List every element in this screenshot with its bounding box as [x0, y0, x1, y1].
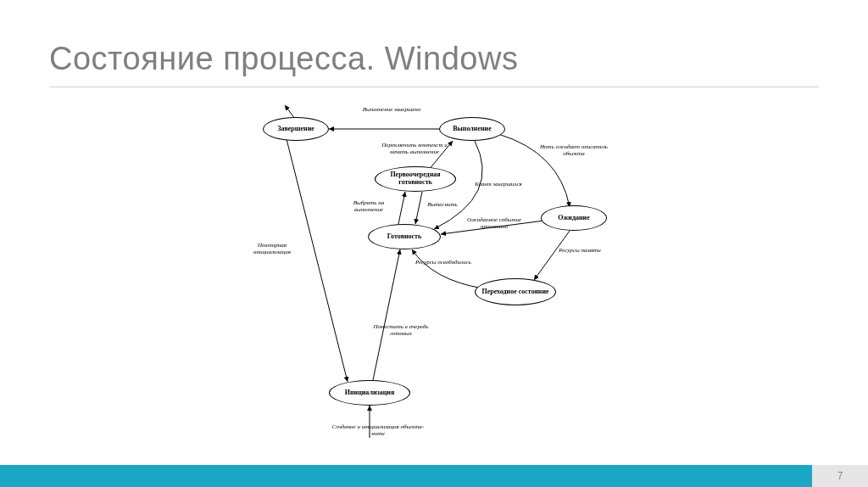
edge-memory-resources: Ресурсы памяти	[558, 248, 602, 255]
state-ready: Готовность	[368, 224, 441, 249]
footer-bar	[0, 465, 868, 487]
state-transition: Переходное состояние	[475, 278, 556, 305]
edge-quantum-done: Квант завершился	[473, 182, 524, 188]
edge-create-init: Создание и инициализация объекта-нити	[327, 424, 429, 437]
slide: Состояние процесса. Windows	[0, 0, 868, 487]
edge-switch-context: Переключить контекст и начать выполнение	[376, 143, 453, 155]
edge-exec-done: Выполнение завершено	[358, 107, 426, 114]
edge-resources-freed: Ресурсы освободились	[414, 260, 473, 266]
state-execution: Выполнение	[439, 117, 505, 141]
edge-select-exec: Выбрать на выполнение	[342, 200, 395, 213]
state-diagram: Завершение Выполнение Первоочередная гот…	[203, 102, 678, 450]
edge-enqueue: Поместить в очередь готовых	[370, 324, 432, 337]
state-termination: Завершение	[263, 117, 329, 141]
slide-title: Состояние процесса. Windows	[49, 41, 518, 77]
edge-event-occurred: Ожидаемое событие произошло	[463, 217, 526, 230]
page-number: 7	[812, 465, 868, 487]
edge-preempt: Вытеснить	[422, 202, 463, 209]
state-priority-ready: Первоочередная готовность	[375, 166, 456, 192]
state-waiting: Ожидание	[541, 205, 607, 231]
edge-reinit: Повторная инициализация	[242, 243, 302, 255]
state-initialization: Инициализация	[329, 380, 410, 406]
edge-thread-waits: Нить ожидает описатель объекта	[536, 144, 612, 157]
title-underline	[49, 87, 819, 87]
